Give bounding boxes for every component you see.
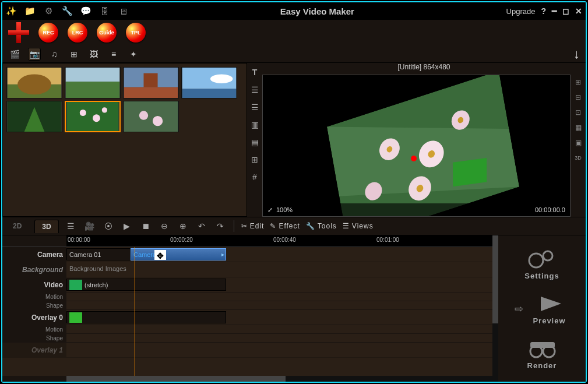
clip-thumb-icon — [69, 280, 82, 290]
track-label-overlay1: Overlay 1 — [2, 343, 66, 357]
thumbnail[interactable] — [6, 101, 62, 132]
track-label-motion: Motion — [2, 293, 66, 301]
thumbnail[interactable] — [6, 67, 62, 98]
close-button[interactable]: ✕ — [575, 6, 582, 16]
preview-timecode: 00:00:00.0 — [535, 206, 565, 213]
list-tab-icon[interactable]: ≡ — [107, 48, 120, 61]
svg-rect-7 — [143, 73, 157, 87]
preview-button[interactable]: Preview — [529, 292, 570, 325]
maximize-button[interactable]: ◻ — [562, 6, 569, 16]
timeline-vscroll[interactable] — [492, 235, 498, 382]
music-tab-icon[interactable]: ♫ — [48, 48, 61, 61]
pivot-marker[interactable] — [411, 156, 417, 161]
rows-icon[interactable]: ▤ — [249, 136, 260, 148]
tab-3d[interactable]: 3D — [34, 220, 58, 233]
clip-camera-2[interactable]: Camera 02 ✥ — [131, 248, 226, 260]
image-tab-icon[interactable]: 🖼 — [87, 48, 100, 61]
svg-point-30 — [529, 253, 543, 267]
text-tab-icon[interactable]: ⊞ — [68, 48, 80, 61]
preview-viewport[interactable]: ⤢ 100% 00:00:00.0 — [262, 75, 571, 217]
svg-point-15 — [102, 107, 107, 112]
snap-tool-icon[interactable]: ⊟ — [573, 92, 583, 103]
redo-icon[interactable]: ↷ — [214, 220, 227, 232]
svg-point-13 — [80, 110, 86, 116]
views-menu[interactable]: ☰Views — [343, 222, 374, 230]
video-tab-icon[interactable]: 🎬 — [8, 48, 21, 61]
layout-tool-icon[interactable]: ⊡ — [573, 107, 583, 118]
svg-point-2 — [17, 75, 51, 95]
menu-icon[interactable]: ☰ — [65, 220, 78, 232]
action-panel: Settings ⇨ Preview Render — [498, 235, 586, 382]
track-label-video: Video — [2, 277, 66, 292]
add-button[interactable] — [8, 22, 29, 43]
background-placeholder: Background Images — [66, 262, 492, 275]
photo-tab-icon[interactable]: 📷 — [28, 48, 41, 61]
plugin-tab-icon[interactable]: ✦ — [127, 48, 140, 61]
undo-icon[interactable]: ↶ — [195, 220, 208, 232]
thumbnail-selected[interactable] — [65, 101, 121, 132]
effect-menu[interactable]: ✎Effect — [270, 222, 300, 230]
tools-menu[interactable]: 🔧Tools — [306, 222, 337, 230]
svg-rect-3 — [66, 68, 119, 82]
gear-icon[interactable]: ⚙ — [43, 6, 54, 16]
track-label-camera: Camera — [2, 247, 66, 262]
move-cursor-icon: ✥ — [154, 250, 166, 260]
minimize-button[interactable]: ━ — [552, 6, 557, 16]
wand-icon[interactable]: ✨ — [6, 6, 16, 16]
grid-icon[interactable]: ⊞ — [249, 154, 260, 165]
grid-tool-icon[interactable]: ⊞ — [573, 77, 583, 87]
lrc-button[interactable]: LRC — [68, 23, 87, 43]
prev-icon[interactable]: ⦿ — [102, 220, 115, 232]
clip-thumb-icon — [69, 312, 82, 323]
panel-tool-icon[interactable]: ▦ — [573, 122, 583, 133]
download-icon[interactable]: ↓ — [573, 47, 580, 62]
timeline-ruler[interactable]: 00:00:00 00:00:20 00:00:40 00:01:00 — [2, 235, 492, 247]
timeline-hscroll[interactable] — [2, 376, 492, 382]
wrench-icon[interactable]: 🔧 — [62, 6, 72, 16]
rec-button[interactable]: REC — [38, 23, 58, 43]
svg-rect-29 — [453, 158, 487, 186]
titlebar: ✨ 📁 ⚙ 🔧 💬 🗄 🖥 Easy Video Maker Upgrade ?… — [2, 2, 586, 20]
align-left-icon[interactable]: ☰ — [249, 84, 260, 96]
help-button[interactable]: ? — [541, 6, 546, 16]
tpl-button[interactable]: TPL — [126, 23, 146, 43]
svg-rect-12 — [67, 102, 119, 131]
media-type-tabs: 🎬 📷 ♫ ⊞ 🖼 ≡ ✦ ↓ — [2, 45, 586, 63]
timeline-toolbar: 2D 3D ☰ 🎥 ⦿ ▶ ⏹ ⊖ ⊕ ↶ ↷ ✂Edit ✎Effect 🔧T… — [2, 217, 586, 235]
track-label-shape2: Shape — [2, 334, 66, 342]
thumbnail[interactable] — [123, 67, 179, 98]
upgrade-link[interactable]: Upgrade — [506, 7, 536, 16]
render-button[interactable]: Render — [522, 337, 562, 370]
mode3d-tool-icon[interactable]: 3D — [573, 153, 583, 163]
clip-overlay0[interactable] — [66, 311, 226, 323]
tab-2d[interactable]: 2D — [6, 220, 29, 232]
svg-rect-6 — [124, 87, 178, 98]
stop-icon[interactable]: ⏹ — [139, 220, 152, 232]
text-tool-icon[interactable]: T — [249, 66, 260, 78]
fullscreen-icon[interactable]: ⤢ — [267, 206, 273, 214]
monitor-icon[interactable]: 🖥 — [118, 6, 128, 16]
columns-icon[interactable]: ▥ — [249, 119, 260, 131]
align-center-icon[interactable]: ☰ — [249, 101, 260, 113]
thumbnail[interactable] — [123, 101, 179, 132]
svg-rect-4 — [66, 82, 119, 98]
box3d-tool-icon[interactable]: ▣ — [573, 138, 583, 148]
folder-icon[interactable]: 📁 — [24, 6, 35, 16]
zoom-in-icon[interactable]: ⊕ — [177, 220, 189, 232]
chat-icon[interactable]: 💬 — [80, 6, 91, 16]
clip-video[interactable]: (stretch) — [66, 279, 226, 291]
svg-rect-34 — [530, 342, 555, 348]
track-label-shape: Shape — [2, 301, 66, 309]
hash-icon[interactable]: # — [249, 171, 260, 183]
zoom-out-icon[interactable]: ⊖ — [158, 220, 171, 232]
thumbnail[interactable] — [181, 67, 237, 98]
edit-menu[interactable]: ✂Edit — [241, 222, 265, 230]
settings-button[interactable]: Settings — [522, 247, 562, 280]
playhead[interactable] — [135, 247, 135, 376]
play-icon[interactable]: ▶ — [121, 220, 133, 232]
guide-button[interactable]: Guide — [97, 23, 117, 43]
clip-camera-1[interactable]: Camera 01 — [66, 248, 131, 260]
database-icon[interactable]: 🗄 — [99, 6, 110, 16]
thumbnail[interactable] — [65, 67, 121, 98]
camera-icon[interactable]: 🎥 — [83, 220, 96, 232]
